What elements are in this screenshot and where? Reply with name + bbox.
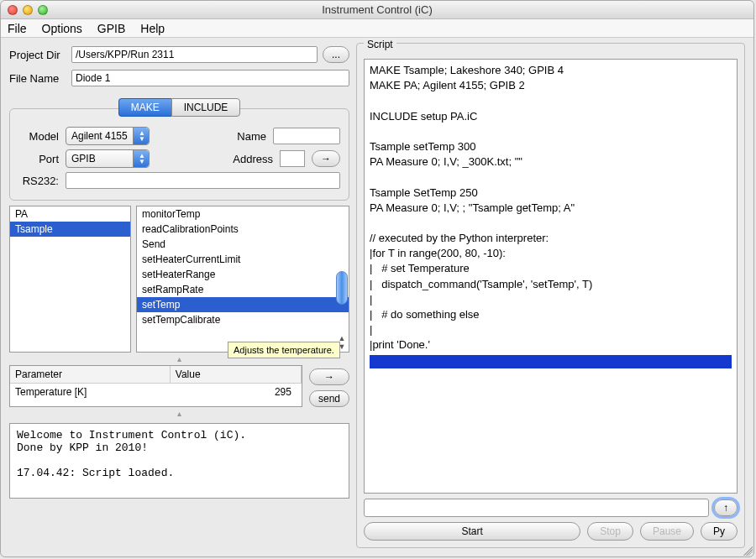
menu-options[interactable]: Options <box>42 22 82 35</box>
instrument-list[interactable]: PATsample <box>9 206 131 353</box>
add-instrument-button[interactable]: → <box>312 150 340 167</box>
console-output: Welcome to Instrument Control (iC). Done… <box>9 423 349 499</box>
list-item[interactable]: setTempCalibrate <box>137 312 349 327</box>
address-label: Address <box>233 153 273 165</box>
scrollbar-thumb[interactable] <box>336 271 348 305</box>
list-item[interactable]: Send <box>137 237 349 252</box>
list-item[interactable]: PA <box>10 206 130 222</box>
port-value: GPIB <box>71 153 96 165</box>
mode-tabs: MAKE INCLUDE <box>9 98 349 117</box>
browse-button[interactable]: ... <box>323 46 349 63</box>
param-value[interactable]: 295 <box>171 384 302 400</box>
param-name: Temperature [K] <box>10 384 171 400</box>
main-window: Instrument Control (iC) File Options GPI… <box>0 0 754 557</box>
name-input[interactable] <box>273 128 340 144</box>
window-title: Instrument Control (iC) <box>1 3 753 16</box>
script-panel: Script MAKE Tsample; Lakeshore 340; GPIB… <box>356 43 745 548</box>
list-item[interactable]: setTemp <box>137 297 349 312</box>
list-item[interactable]: setHeaterCurrentLimit <box>137 252 349 267</box>
menu-file[interactable]: File <box>8 22 27 35</box>
send-button[interactable]: send <box>309 390 349 407</box>
table-row[interactable]: Temperature [K] 295 <box>10 384 302 400</box>
stop-button[interactable]: Stop <box>587 522 633 541</box>
rs232-label: RS232: <box>18 175 59 187</box>
model-select[interactable]: Agilent 4155 ▲▼ <box>66 127 150 145</box>
file-name-label: File Name <box>9 72 66 85</box>
updown-icon: ▲▼ <box>139 153 145 165</box>
content: Project Dir ... File Name MAKE INCLUDE M… <box>1 38 753 556</box>
model-label: Model <box>18 130 59 143</box>
parameter-table: Parameter Value Temperature [K] 295 <box>9 365 302 407</box>
model-value: Agilent 4155 <box>71 130 128 142</box>
splitter-icon[interactable]: ▴ <box>9 409 349 418</box>
selected-line <box>370 355 732 368</box>
rs232-input[interactable] <box>66 172 340 189</box>
updown-icon: ▲▼ <box>139 130 145 142</box>
command-input[interactable] <box>364 499 709 517</box>
menubar: File Options GPIB Help <box>1 19 753 38</box>
right-panel: Script MAKE Tsample; Lakeshore 340; GPIB… <box>356 43 745 548</box>
list-item[interactable]: Tsample <box>10 222 130 237</box>
resize-grip-icon[interactable] <box>741 544 753 556</box>
project-dir-input[interactable] <box>71 46 318 63</box>
command-tooltip: Adjusts the temperature. <box>228 342 340 358</box>
col-parameter: Parameter <box>10 366 171 383</box>
list-item[interactable]: readCalibrationPoints <box>137 222 349 237</box>
python-button[interactable]: Py <box>701 522 738 541</box>
address-input[interactable] <box>280 150 305 167</box>
port-select[interactable]: GPIB ▲▼ <box>66 149 150 168</box>
menu-gpib[interactable]: GPIB <box>97 22 125 35</box>
list-item[interactable]: setHeaterRange <box>137 267 349 282</box>
tab-include[interactable]: INCLUDE <box>171 98 241 117</box>
lists-row: PATsample monitorTempreadCalibrationPoin… <box>9 206 349 353</box>
tab-make[interactable]: MAKE <box>118 98 171 117</box>
insert-param-button[interactable]: → <box>309 368 349 385</box>
command-list[interactable]: monitorTempreadCalibrationPointsSendsetH… <box>136 206 349 353</box>
script-editor[interactable]: MAKE Tsample; Lakeshore 340; GPIB 4 MAKE… <box>364 59 738 494</box>
file-name-input[interactable] <box>71 70 349 86</box>
menu-help[interactable]: Help <box>140 22 165 35</box>
pause-button[interactable]: Pause <box>640 522 694 541</box>
name-label: Name <box>237 130 266 143</box>
list-item[interactable]: monitorTemp <box>137 206 349 222</box>
list-item[interactable]: setRampRate <box>137 282 349 297</box>
left-panel: Project Dir ... File Name MAKE INCLUDE M… <box>9 43 349 548</box>
execute-button[interactable]: ↑ <box>714 499 738 516</box>
project-dir-label: Project Dir <box>9 49 66 61</box>
port-label: Port <box>18 153 59 165</box>
col-value: Value <box>171 366 302 383</box>
titlebar: Instrument Control (iC) <box>1 1 753 19</box>
start-button[interactable]: Start <box>364 522 580 541</box>
script-legend: Script <box>364 39 396 50</box>
instrument-form: Model Agilent 4155 ▲▼ Name Port GPIB ▲▼ <box>9 108 349 201</box>
